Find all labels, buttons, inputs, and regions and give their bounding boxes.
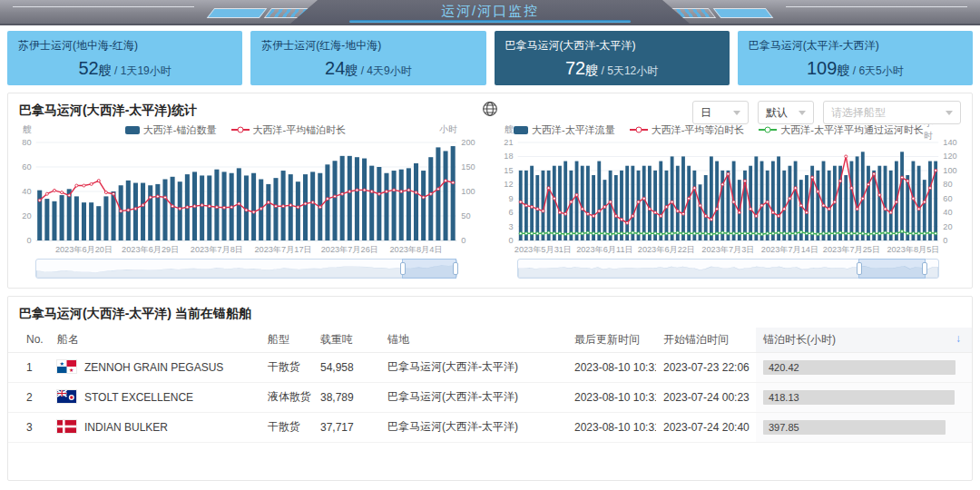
datazoom-handle-right[interactable] bbox=[922, 262, 927, 275]
svg-text:★: ★ bbox=[69, 368, 74, 373]
column-header-4: 锚地 bbox=[380, 328, 567, 352]
mode-select-value: 默认 bbox=[766, 105, 788, 121]
legend-item[interactable]: 大西洋-平均等泊时长 bbox=[630, 123, 745, 137]
svg-text:15: 15 bbox=[504, 166, 513, 175]
canal-card-value: 52艘 / 1天19小时 bbox=[18, 58, 231, 79]
ship-name-cell: STOLT EXCELLENCE bbox=[50, 382, 260, 412]
canal-card-3[interactable]: 巴拿马运河(太平洋-大西洋) 109艘 / 6天5小时 bbox=[738, 31, 973, 85]
duration-bar: 418.13 bbox=[763, 390, 955, 405]
row-number: 1 bbox=[8, 352, 50, 382]
legend-bar-marker bbox=[125, 126, 140, 134]
datazoom-handle-left[interactable] bbox=[857, 262, 862, 275]
ship-name: ZENNOH GRAIN PEGASUS bbox=[84, 361, 223, 374]
vessels-table: No. 船名 船型 载重吨 锚地 最后更新时间 开始锚泊时间 锚泊时长(小时)↓… bbox=[8, 328, 972, 443]
canal-card-0[interactable]: 苏伊士运河(地中海-红海) 52艘 / 1天19小时 bbox=[7, 31, 242, 85]
ship-type: 液体散货 bbox=[260, 382, 313, 412]
canal-card-2[interactable]: 巴拿马运河(大西洋-太平洋) 72艘 / 5天12小时 bbox=[495, 31, 730, 85]
svg-text:80: 80 bbox=[22, 138, 31, 147]
banner-edge-line-right bbox=[786, 6, 967, 7]
svg-text:200: 200 bbox=[461, 138, 475, 147]
table-row[interactable]: 3 INDIAN BULKER 干散货 37,717 巴拿马运河(大西洋-太平洋… bbox=[8, 412, 972, 442]
svg-text:★: ★ bbox=[60, 361, 64, 367]
row-number: 3 bbox=[8, 412, 50, 442]
table-body: 1 ★ ★ZENNOH GRAIN PEGASUS 干散货 54,958 巴拿马… bbox=[8, 352, 972, 442]
svg-text:2023年7月8日: 2023年7月8日 bbox=[191, 245, 243, 254]
datazoom-handle-right[interactable] bbox=[453, 262, 458, 275]
legend-bar-marker bbox=[514, 126, 528, 134]
datazoom-handle-left[interactable] bbox=[400, 262, 406, 275]
banner-edge-line-left bbox=[13, 6, 194, 7]
svg-text:2023年6月29日: 2023年6月29日 bbox=[122, 245, 179, 254]
svg-text:100: 100 bbox=[461, 187, 475, 196]
chart-plot: 0369121518210204060801001201402023年5月31日… bbox=[490, 137, 972, 257]
svg-text:2023年6月11日: 2023年6月11日 bbox=[576, 245, 633, 254]
canal-card-1[interactable]: 苏伊士运河(红海-地中海) 24艘 / 4天9小时 bbox=[250, 31, 485, 85]
svg-text:20: 20 bbox=[943, 222, 952, 231]
column-header-1: 船名 bbox=[50, 328, 260, 352]
svg-text:20: 20 bbox=[22, 211, 31, 220]
mode-select[interactable]: 默认 bbox=[758, 101, 814, 124]
legend-item[interactable]: 大西洋-平均锚泊时长 bbox=[231, 123, 347, 137]
svg-text:120: 120 bbox=[943, 152, 956, 161]
globe-icon[interactable] bbox=[482, 101, 498, 121]
legend-label: 大西洋-太平洋流量 bbox=[532, 123, 615, 137]
ship-type-select[interactable]: 请选择船型 bbox=[823, 101, 961, 124]
chevron-down-icon bbox=[733, 111, 740, 115]
table-header-row: No. 船名 船型 载重吨 锚地 最后更新时间 开始锚泊时间 锚泊时长(小时)↓ bbox=[8, 328, 972, 352]
svg-text:2023年6月20日: 2023年6月20日 bbox=[55, 245, 113, 254]
legend-item[interactable]: 大西洋-太平洋流量 bbox=[514, 123, 615, 137]
title-underline bbox=[349, 20, 631, 23]
page-title: 运河/河口监控 bbox=[441, 3, 539, 20]
ship-type-placeholder: 请选择船型 bbox=[831, 105, 886, 121]
sort-descending-icon[interactable]: ↓ bbox=[956, 332, 961, 345]
canal-card-label: 苏伊士运河(红海-地中海) bbox=[261, 38, 475, 54]
datazoom-window[interactable] bbox=[858, 259, 926, 279]
deadweight: 54,958 bbox=[313, 352, 380, 382]
deadweight: 38,789 bbox=[313, 382, 380, 412]
svg-text:2023年7月3日: 2023年7月3日 bbox=[701, 245, 754, 254]
svg-text:9: 9 bbox=[508, 194, 513, 203]
svg-text:40: 40 bbox=[943, 208, 952, 217]
datazoom-slider[interactable] bbox=[35, 259, 457, 279]
charts-row: 艘 大西洋-锚泊数量 大西洋-平均锚泊时长 小时 020406080050100… bbox=[8, 122, 972, 286]
legend-item[interactable]: 大西洋-太平洋平均通过运河时长 bbox=[759, 123, 924, 137]
column-header-2: 船型 bbox=[260, 328, 313, 352]
interval-select[interactable]: 日 bbox=[692, 101, 749, 124]
table-row[interactable]: 2 STOLT EXCELLENCE 液体散货 38,789 巴拿马运河(大西洋… bbox=[8, 382, 972, 412]
datazoom-sparkline bbox=[36, 260, 456, 278]
svg-text:60: 60 bbox=[943, 194, 952, 203]
chart-head: 艘 大西洋-太平洋流量 大西洋-平均等泊时长 大西洋-太平洋平均通过运河时长 小… bbox=[490, 122, 972, 137]
datazoom-window[interactable] bbox=[402, 259, 456, 279]
legend-item[interactable]: 大西洋-锚泊数量 bbox=[125, 123, 217, 137]
table-row[interactable]: 1 ★ ★ZENNOH GRAIN PEGASUS 干散货 54,958 巴拿马… bbox=[8, 352, 972, 382]
column-header-3: 载重吨 bbox=[313, 328, 380, 352]
chart-legend: 大西洋-锚泊数量 大西洋-平均锚泊时长 bbox=[32, 123, 439, 137]
svg-text:18: 18 bbox=[504, 152, 513, 161]
chevron-down-icon bbox=[799, 111, 806, 115]
chevron-down-icon bbox=[946, 111, 953, 115]
svg-text:2023年7月25日: 2023年7月25日 bbox=[823, 245, 880, 254]
anchorage: 巴拿马运河(大西洋-太平洋) bbox=[380, 412, 567, 442]
svg-text:2023年8月5日: 2023年8月5日 bbox=[887, 245, 939, 254]
chart-head: 艘 大西洋-锚泊数量 大西洋-平均锚泊时长 小时 bbox=[8, 122, 490, 137]
anchorage: 巴拿马运河(大西洋-太平洋) bbox=[380, 352, 567, 382]
anchor-duration-cell: 397.85 bbox=[756, 412, 972, 442]
anchorage: 巴拿马运河(大西洋-太平洋) bbox=[380, 382, 567, 412]
column-header-5: 最后更新时间 bbox=[567, 328, 656, 352]
row-number: 2 bbox=[8, 382, 50, 412]
legend-label: 大西洋-太平洋平均通过运河时长 bbox=[780, 123, 924, 137]
column-header-7[interactable]: 锚泊时长(小时)↓ bbox=[756, 328, 972, 352]
ship-type: 干散货 bbox=[260, 412, 313, 442]
column-header-6: 开始锚泊时间 bbox=[656, 328, 756, 352]
svg-text:3: 3 bbox=[508, 222, 513, 231]
datazoom-slider[interactable] bbox=[517, 259, 939, 279]
ship-name: INDIAN BULKER bbox=[84, 421, 168, 434]
svg-text:0: 0 bbox=[26, 236, 31, 245]
chart-plot: 0204060800501001502002023年6月20日2023年6月29… bbox=[8, 137, 490, 257]
flag-cayman-islands-icon bbox=[57, 390, 76, 403]
flag-panama-icon: ★ ★ bbox=[57, 360, 76, 373]
canal-card-value: 24艘 / 4天9小时 bbox=[261, 58, 475, 79]
svg-text:40: 40 bbox=[22, 187, 31, 196]
statistics-panel: 巴拿马运河(大西洋-太平洋)统计 日 默认 请选择船型 艘 大西洋-锚泊数量 bbox=[7, 93, 973, 289]
anchored-since: 2023-07-24 20:40 bbox=[656, 412, 756, 442]
